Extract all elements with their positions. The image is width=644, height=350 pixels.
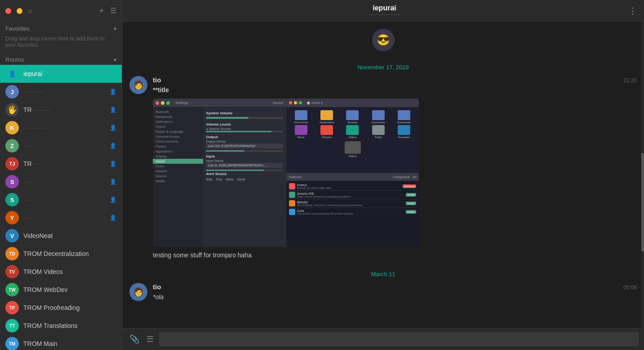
scrollbar-thumb[interactable] bbox=[641, 153, 644, 251]
avatar-iepurai: 👤 bbox=[5, 67, 19, 81]
attach-button[interactable]: 📎 bbox=[128, 332, 141, 346]
room-info-room9: · ··· bbox=[23, 214, 105, 221]
chat-title: iepurai bbox=[373, 4, 396, 12]
room-name-room8: · ···· bbox=[23, 196, 105, 203]
room-info-room8: · ···· bbox=[23, 196, 105, 203]
rooms-chevron[interactable]: ▾ bbox=[114, 57, 116, 63]
msg-header-1: tio 21:20 bbox=[153, 76, 637, 84]
room-info-trom-main: TROM Main bbox=[23, 340, 116, 347]
message-row-1: 🧑 tio 21:20 **title bbox=[129, 76, 637, 260]
message-row-2: 🧑 tio 00:06 *ola bbox=[129, 283, 637, 302]
sidebar-item-room5[interactable]: Z · ··· 👤 bbox=[0, 137, 122, 155]
sidebar-item-trom-videos[interactable]: TV TROM Videos bbox=[0, 263, 122, 281]
msg-header-2: tio 00:06 bbox=[153, 283, 637, 291]
msg-text-bold-1: **title bbox=[153, 86, 169, 94]
main-chat: iepurai ────────── ⋮ 😎 November 17, 2019… bbox=[122, 0, 644, 350]
scrollbar-track bbox=[641, 22, 644, 350]
room-info-room5: · ··· bbox=[23, 142, 105, 149]
sidebar-item-room8[interactable]: S · ···· 👤 bbox=[0, 191, 122, 209]
sidebar-item-trom-dec[interactable]: TD TROM Decentralization bbox=[0, 245, 122, 263]
room-name-trom-dec: TROM Decentralization bbox=[23, 250, 116, 257]
rooms-section-header: Rooms ▾ bbox=[0, 53, 122, 65]
sidebar-item-tr1[interactable]: 🖐 TR ·········· 👤 bbox=[0, 101, 122, 119]
avatar-room8: S bbox=[5, 193, 19, 206]
sidebar-item-videoneat[interactable]: V VideoNeat bbox=[0, 227, 122, 245]
avatar-room7: S bbox=[5, 175, 19, 188]
top-emoji: 😎 bbox=[129, 29, 637, 51]
chat-subtitle: ────────── bbox=[369, 12, 400, 17]
date-divider-1: November 17, 2019 bbox=[129, 64, 637, 71]
sidebar-item-room2[interactable]: J ···· ······· 👤 bbox=[0, 83, 122, 101]
sidebar-item-trom-webdev[interactable]: TW TROM WebDev bbox=[0, 281, 122, 299]
person-icon-room7: 👤 bbox=[110, 179, 116, 185]
msg-italic-2: *ola bbox=[153, 293, 164, 301]
avatar-trom-proofreading: TP bbox=[5, 301, 19, 314]
room-name-room7: · ···· bbox=[23, 178, 105, 185]
room-name-trom-videos: TROM Videos bbox=[23, 268, 116, 275]
room-name-tr1: TR ·········· bbox=[23, 106, 105, 113]
sidebar-item-room4[interactable]: K · ··········· 👤 bbox=[0, 119, 122, 137]
room-name-room4: · ··········· bbox=[23, 124, 105, 131]
room-name-iepurai: iepurai bbox=[23, 70, 116, 77]
favorites-section-header: Favorites ▾ bbox=[0, 22, 122, 34]
avatar-trom-videos: TV bbox=[5, 265, 19, 278]
room-name-room2: ···· ······· bbox=[23, 88, 105, 95]
sidebar: ⌕ + ☰ Favorites ▾ Drag and drop rooms he… bbox=[0, 0, 122, 350]
chat-title-block: iepurai ────────── bbox=[140, 4, 629, 17]
room-name-trom-proofreading: TROM Proofreading bbox=[23, 304, 116, 311]
sidebar-item-trom-proofreading[interactable]: TP TROM Proofreading bbox=[0, 299, 122, 317]
person-icon-room9: 👤 bbox=[110, 215, 116, 221]
sidebar-topbar: ⌕ + ☰ bbox=[0, 0, 122, 22]
sidebar-item-trom-main[interactable]: TM TROM Main bbox=[0, 335, 122, 350]
avatar-trom-translations: TT bbox=[5, 319, 19, 332]
room-name-room9: · ··· bbox=[23, 214, 105, 221]
avatar-inner-tio-2: 🧑 bbox=[129, 283, 147, 301]
avatar-tr1: 🖐 bbox=[5, 103, 19, 117]
more-options-icon[interactable]: ⋮ bbox=[629, 6, 637, 16]
avatar-room4: K bbox=[5, 121, 19, 135]
add-room-icon[interactable]: + bbox=[99, 6, 104, 16]
message-input[interactable] bbox=[159, 332, 639, 346]
emoji-avatar: 😎 bbox=[372, 29, 395, 51]
room-info-iepurai: iepurai bbox=[23, 70, 116, 77]
search-icon[interactable]: ⌕ bbox=[28, 7, 32, 15]
traffic-light-red[interactable] bbox=[5, 8, 11, 14]
room-name-videoneat: VideoNeat bbox=[23, 232, 116, 239]
msg-text-1: **title bbox=[153, 85, 637, 95]
rooms-label: Rooms bbox=[5, 56, 24, 63]
msg-caption-1: testing some stuff for tromjaro haha bbox=[153, 251, 637, 260]
traffic-light-yellow[interactable] bbox=[17, 8, 22, 14]
sidebar-item-trom-translations[interactable]: TT TROM Translations bbox=[0, 317, 122, 335]
favorites-empty-hint: Drag and drop rooms here to add them to … bbox=[0, 34, 122, 53]
room-name-tr2: TR ···· bbox=[23, 160, 105, 167]
avatar-room9: Y bbox=[5, 211, 19, 224]
menu-icon[interactable]: ☰ bbox=[110, 6, 116, 16]
sidebar-item-iepurai[interactable]: 👤 iepurai bbox=[0, 65, 122, 83]
avatar-inner-tio-1: 🧑 bbox=[129, 76, 147, 94]
format-button[interactable]: ☰ bbox=[145, 332, 155, 346]
person-icon: 👤 bbox=[9, 70, 16, 77]
attach-icon: 📎 bbox=[129, 334, 139, 344]
room-name-trom-main: TROM Main bbox=[23, 340, 116, 347]
msg-image-1: Settings Sound Bluetooth Background Noti… bbox=[153, 99, 422, 247]
room-info-tr1: TR ·········· bbox=[23, 106, 105, 113]
chat-messages-container: 😎 November 17, 2019 🧑 tio 21:20 **title bbox=[122, 22, 644, 328]
room-info-trom-dec: TROM Decentralization bbox=[23, 250, 116, 257]
person-icon-room4: 👤 bbox=[110, 125, 116, 131]
room-info-room4: · ··········· bbox=[23, 124, 105, 131]
room-name-trom-webdev: TROM WebDev bbox=[23, 286, 116, 293]
avatar-trom-webdev: TW bbox=[5, 283, 19, 296]
favorites-chevron[interactable]: ▾ bbox=[114, 26, 116, 32]
avatar-trom-main: TM bbox=[5, 337, 19, 350]
msg-content-1: tio 21:20 **title bbox=[153, 76, 637, 260]
msg-avatar-tio-1: 🧑 bbox=[129, 76, 147, 94]
sidebar-item-room7[interactable]: S · ···· 👤 bbox=[0, 173, 122, 191]
room-name-trom-translations: TROM Translations bbox=[23, 322, 116, 329]
room-name-room5: · ··· bbox=[23, 142, 105, 149]
sidebar-item-tr2[interactable]: TJ TR ···· 👤 bbox=[0, 155, 122, 173]
avatar-room5: Z bbox=[5, 139, 19, 153]
person-icon-tr1: 👤 bbox=[110, 107, 116, 113]
sidebar-item-room9[interactable]: Y · ··· 👤 bbox=[0, 209, 122, 227]
person-icon-room5: 👤 bbox=[110, 143, 116, 149]
room-info-trom-proofreading: TROM Proofreading bbox=[23, 304, 116, 311]
